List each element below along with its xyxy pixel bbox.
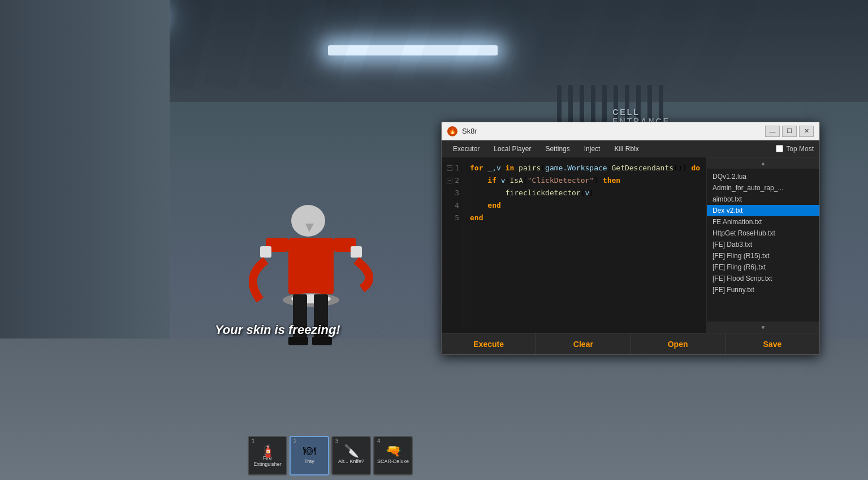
file-item-9[interactable]: [FE] Flood Script.txt xyxy=(707,273,819,284)
hotbar-slot-1[interactable]: 1 🧯 Fire Extinguisher xyxy=(248,436,287,475)
code-editor[interactable]: for _,v in pairs(game.Workspace:GetDesce… xyxy=(464,157,706,333)
collapse-2[interactable]: − xyxy=(447,178,452,183)
hotbar: 1 🧯 Fire Extinguisher 2 🍽 Tray 3 🔪 Air..… xyxy=(243,431,417,480)
window-title: Sk8r xyxy=(462,127,765,135)
code-line-4: end xyxy=(470,199,701,212)
line-numbers: −1−2345 xyxy=(442,157,464,333)
scroll-down-button[interactable]: ▼ xyxy=(707,322,819,333)
slot-label-4: SCAR-Deluxe xyxy=(376,458,410,465)
file-item-5[interactable]: HttpGet RoseHub.txt xyxy=(707,228,819,239)
svg-rect-12 xyxy=(312,337,332,345)
slot-number-3: 3 xyxy=(335,438,339,444)
file-item-7[interactable]: [FE] Fling (R15).txt xyxy=(707,250,819,262)
file-item-1[interactable]: Admin_for_auto_rap_... xyxy=(707,182,819,194)
window-controls: — ☐ ✕ xyxy=(765,126,814,137)
execute-button[interactable]: Execute xyxy=(442,333,536,354)
freeze-message: Your skin is freezing! xyxy=(215,323,340,337)
line-number-4: 4 xyxy=(442,199,464,212)
file-item-10[interactable]: [FE] Funny.txt xyxy=(707,284,819,295)
clear-button[interactable]: Clear xyxy=(536,333,631,354)
hotbar-slot-4[interactable]: 4 🔫 SCAR-Deluxe xyxy=(373,436,413,475)
slot-label-3: Air... Knife? xyxy=(337,458,365,465)
svg-rect-2 xyxy=(288,238,334,294)
collapse-1[interactable]: − xyxy=(447,165,452,171)
file-item-6[interactable]: [FE] Dab3.txt xyxy=(707,239,819,250)
slot-number-2: 2 xyxy=(293,438,297,444)
title-bar: 🔥 Sk8r — ☐ ✕ xyxy=(442,122,819,140)
floor xyxy=(0,338,868,480)
top-most-checkbox[interactable] xyxy=(776,145,783,152)
slot-number-1: 1 xyxy=(252,438,255,444)
save-button[interactable]: Save xyxy=(726,333,819,354)
top-most-option: Top Most xyxy=(776,145,814,153)
svg-point-0 xyxy=(291,205,325,237)
slot-icon-4: 🔫 xyxy=(386,444,401,458)
slot-icon-2: 🍽 xyxy=(303,444,316,458)
code-line-5: end xyxy=(470,212,701,224)
minimize-button[interactable]: — xyxy=(765,126,780,137)
file-item-0[interactable]: DQv1.2.lua xyxy=(707,171,819,182)
line-number-2: −2 xyxy=(442,174,464,187)
code-line-3: fireclickdetector(v) xyxy=(470,187,701,199)
file-item-3[interactable]: Dex v2.txt xyxy=(707,205,819,216)
file-item-4[interactable]: FE Animation.txt xyxy=(707,216,819,228)
open-button[interactable]: Open xyxy=(631,333,726,354)
menu-inject[interactable]: Inject xyxy=(578,143,606,155)
slot-number-4: 4 xyxy=(377,438,381,444)
line-number-3: 3 xyxy=(442,187,464,199)
close-button[interactable]: ✕ xyxy=(799,126,814,137)
hotbar-slot-2[interactable]: 2 🍽 Tray xyxy=(290,436,329,475)
file-item-2[interactable]: aimbot.txt xyxy=(707,194,819,205)
file-list-scroll: DQv1.2.luaAdmin_for_auto_rap_...aimbot.t… xyxy=(707,169,819,322)
editor-area: −1−2345 for _,v in pairs(game.Workspace:… xyxy=(442,157,819,333)
app-icon: 🔥 xyxy=(447,126,457,136)
slot-label-2: Tray xyxy=(303,458,316,465)
maximize-button[interactable]: ☐ xyxy=(782,126,797,137)
svg-rect-8 xyxy=(351,246,362,258)
line-number-5: 5 xyxy=(442,212,464,224)
slot-icon-3: 🔪 xyxy=(344,444,359,458)
character xyxy=(249,187,373,391)
file-item-8[interactable]: [FE] Fling (R6).txt xyxy=(707,262,819,273)
line-number-1: −1 xyxy=(442,162,464,174)
svg-rect-11 xyxy=(288,337,308,345)
menu-bar: Executor Local Player Settings Inject Ki… xyxy=(442,140,819,157)
menu-settings[interactable]: Settings xyxy=(539,143,575,155)
menu-kill-rblx[interactable]: Kill Rblx xyxy=(608,143,644,155)
top-most-label: Top Most xyxy=(786,145,814,153)
executor-window: 🔥 Sk8r — ☐ ✕ Executor Local Player Setti… xyxy=(441,122,820,355)
code-line-1: for _,v in pairs(game.Workspace:GetDesce… xyxy=(470,162,701,174)
slot-icon-1: 🧯 xyxy=(260,444,275,458)
menu-local-player[interactable]: Local Player xyxy=(488,143,537,155)
file-list: ▲ DQv1.2.luaAdmin_for_auto_rap_...aimbot… xyxy=(706,157,819,333)
menu-executor[interactable]: Executor xyxy=(447,143,485,155)
bottom-toolbar: Execute Clear Open Save xyxy=(442,333,819,354)
svg-rect-7 xyxy=(260,246,271,258)
code-line-2: if v:IsA("ClickDetector") then xyxy=(470,174,701,187)
hotbar-slot-3[interactable]: 3 🔪 Air... Knife? xyxy=(331,436,371,475)
scroll-up-button[interactable]: ▲ xyxy=(707,157,819,169)
